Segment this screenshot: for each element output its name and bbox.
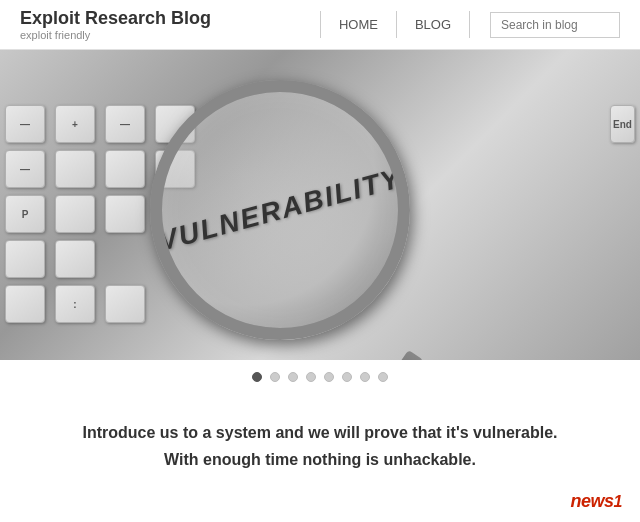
key-4: — — [5, 150, 45, 188]
slider-dots — [0, 360, 640, 394]
watermark-news: news1 — [571, 491, 622, 512]
key-10 — [105, 195, 145, 233]
key-9 — [55, 195, 95, 233]
dot-4[interactable] — [306, 372, 316, 382]
dot-7[interactable] — [360, 372, 370, 382]
key-6 — [105, 150, 145, 188]
key-5 — [55, 150, 95, 188]
key-11 — [5, 240, 45, 278]
key-12 — [55, 240, 95, 278]
hero-image: — + — — End P : VULNERABILITY — [0, 50, 640, 360]
site-tagline: exploit friendly — [20, 29, 320, 41]
nav-home[interactable]: HOME — [320, 11, 397, 38]
magnifier: VULNERABILITY — [150, 80, 430, 360]
key-end: End — [610, 105, 635, 143]
tagline-line1: Introduce us to a system and we will pro… — [82, 424, 557, 441]
main-nav: HOME BLOG — [320, 11, 470, 38]
key-15 — [105, 285, 145, 323]
key-3: — — [105, 105, 145, 143]
header: Exploit Research Blog exploit friendly H… — [0, 0, 640, 50]
dot-1[interactable] — [252, 372, 262, 382]
tagline: Introduce us to a system and we will pro… — [60, 419, 580, 473]
key-13 — [5, 285, 45, 323]
main-content: Introduce us to a system and we will pro… — [0, 394, 640, 488]
dot-6[interactable] — [342, 372, 352, 382]
key-colon: : — [55, 285, 95, 323]
page-wrapper: Exploit Research Blog exploit friendly H… — [0, 0, 640, 522]
magnifier-handle — [363, 350, 424, 360]
hero-section: — + — — End P : VULNERABILITY — [0, 50, 640, 360]
dot-8[interactable] — [378, 372, 388, 382]
vulnerability-text: VULNERABILITY — [155, 162, 405, 258]
dot-5[interactable] — [324, 372, 334, 382]
key-1: — — [5, 105, 45, 143]
site-title-block: Exploit Research Blog exploit friendly — [20, 8, 320, 42]
key-p: P — [5, 195, 45, 233]
dot-3[interactable] — [288, 372, 298, 382]
magnifier-circle: VULNERABILITY — [150, 80, 410, 340]
key-2: + — [55, 105, 95, 143]
search-input[interactable] — [490, 12, 620, 38]
nav-blog[interactable]: BLOG — [397, 11, 470, 38]
dot-2[interactable] — [270, 372, 280, 382]
site-title: Exploit Research Blog — [20, 8, 320, 30]
tagline-line2: With enough time nothing is unhackable. — [164, 451, 476, 468]
watermark: news1 — [565, 489, 628, 514]
